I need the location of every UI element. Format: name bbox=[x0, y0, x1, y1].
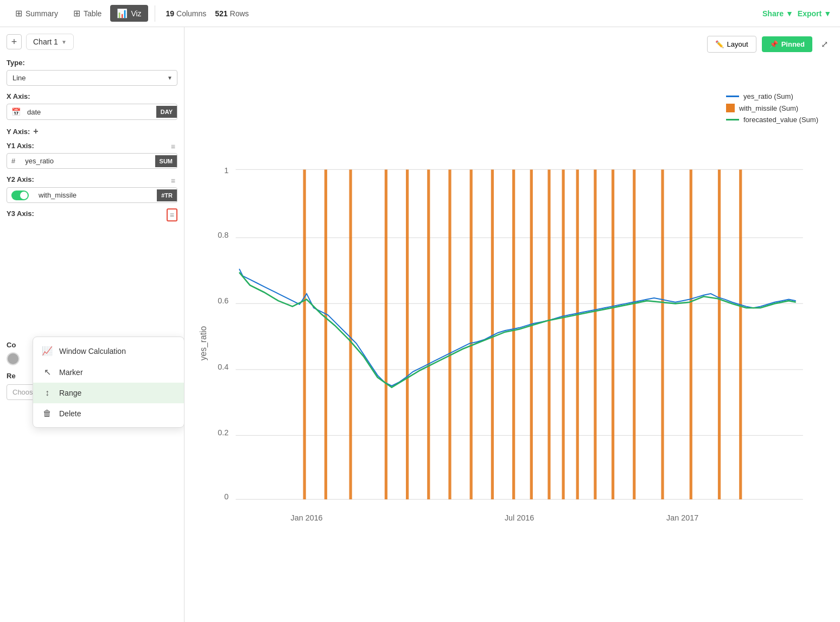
y-tick-06: 0.6 bbox=[218, 296, 228, 305]
yes-ratio-line bbox=[239, 269, 796, 386]
forecasted-line bbox=[239, 272, 796, 388]
layout-label: Layout bbox=[727, 40, 748, 48]
type-label: Type: bbox=[7, 59, 177, 67]
type-select[interactable]: Line ▼ bbox=[7, 70, 177, 86]
y1-label: Y1 Axis: bbox=[7, 142, 34, 150]
svg-rect-12 bbox=[562, 169, 564, 499]
range-icon: ↕ bbox=[42, 388, 53, 398]
table-nav-btn[interactable]: ⊞ Table bbox=[67, 5, 108, 22]
delete-label: Delete bbox=[59, 409, 81, 418]
y1-menu-icon[interactable]: ≡ bbox=[169, 140, 177, 153]
y-tick-08: 0.8 bbox=[218, 231, 228, 239]
y-tick-04: 0.4 bbox=[218, 363, 228, 371]
add-yaxis-button[interactable]: + bbox=[33, 126, 38, 136]
y2-axis-row: Y2 Axis: ≡ bbox=[7, 174, 177, 187]
svg-rect-16 bbox=[633, 169, 635, 499]
table-label: Table bbox=[84, 9, 101, 18]
share-chevron-icon: ▼ bbox=[786, 9, 793, 18]
dropdown-delete[interactable]: 🗑 Delete bbox=[33, 403, 184, 424]
y2-label: Y2 Axis: bbox=[7, 175, 34, 183]
viz-label: Viz bbox=[131, 9, 141, 18]
svg-rect-6 bbox=[448, 169, 451, 499]
yaxis-label: Y Axis: + bbox=[7, 126, 177, 136]
sidebar: + Chart 1 ▼ Type: Line ▼ X Axis: 📅 date … bbox=[0, 27, 184, 622]
export-chevron-icon: ▼ bbox=[824, 9, 831, 18]
xaxis-label: X Axis: bbox=[7, 92, 177, 100]
y3-axis-row: Y3 Axis: ≡ bbox=[7, 208, 177, 221]
y1-field[interactable]: # yes_ratio SUM bbox=[7, 153, 177, 169]
chart-svg-container: yes_ratio 0 0.2 0.4 0.6 0.8 1 Jan 2016 J… bbox=[193, 59, 831, 613]
svg-rect-9 bbox=[512, 169, 515, 499]
y2-field[interactable]: with_missile #TR bbox=[7, 187, 177, 203]
pin-icon: 📌 bbox=[769, 40, 778, 48]
viz-nav-btn[interactable]: 📊 Viz bbox=[110, 5, 148, 22]
svg-rect-1 bbox=[324, 169, 327, 499]
table-icon: ⊞ bbox=[73, 8, 80, 18]
chart-area: ✏️ Layout 📌 Pinned ⤢ yes_ratio (Sum) wit… bbox=[184, 27, 840, 622]
window-calc-icon: 📈 bbox=[42, 346, 53, 356]
y1-axis-row: Y1 Axis: ≡ bbox=[7, 139, 177, 153]
y2-menu-icon[interactable]: ≡ bbox=[169, 174, 177, 187]
range-label: Range bbox=[59, 389, 81, 397]
pencil-icon: ✏️ bbox=[715, 40, 724, 48]
color-swatch-1[interactable] bbox=[7, 352, 20, 365]
y2-value: with_missile bbox=[33, 188, 157, 202]
missile-markers bbox=[303, 169, 742, 499]
svg-rect-10 bbox=[530, 169, 533, 499]
nav-right: Share ▼ Export ▼ bbox=[762, 9, 831, 18]
svg-rect-15 bbox=[612, 169, 614, 499]
summary-icon: ⊞ bbox=[15, 8, 22, 18]
y3-menu-icon[interactable]: ≡ bbox=[167, 208, 177, 221]
svg-rect-17 bbox=[661, 169, 664, 499]
type-value: Line bbox=[7, 71, 163, 85]
export-button[interactable]: Export ▼ bbox=[798, 9, 831, 18]
share-button[interactable]: Share ▼ bbox=[762, 9, 793, 18]
calendar-icon: 📅 bbox=[7, 104, 25, 119]
svg-rect-14 bbox=[594, 169, 596, 499]
marker-icon: ↖ bbox=[42, 367, 53, 377]
nav-divider bbox=[155, 5, 155, 22]
chart-tab-1[interactable]: Chart 1 ▼ bbox=[26, 34, 74, 50]
dropdown-window-calc[interactable]: 📈 Window Calculation bbox=[33, 340, 184, 361]
main-layout: + Chart 1 ▼ Type: Line ▼ X Axis: 📅 date … bbox=[0, 27, 840, 622]
xaxis-badge: DAY bbox=[156, 106, 177, 118]
nav-meta: 19 Columns 521 Rows bbox=[166, 9, 249, 18]
export-label: Export bbox=[798, 9, 822, 18]
svg-rect-4 bbox=[406, 169, 409, 499]
viz-icon: 📊 bbox=[117, 8, 128, 18]
dropdown-menu: 📈 Window Calculation ↖ Marker ↕ Range 🗑 … bbox=[33, 337, 184, 428]
svg-rect-20 bbox=[739, 169, 742, 499]
rows-meta: 521 Rows bbox=[215, 9, 249, 18]
svg-rect-5 bbox=[427, 169, 430, 499]
x-label-jan2017: Jan 2017 bbox=[666, 513, 698, 522]
delete-icon: 🗑 bbox=[42, 409, 53, 418]
svg-rect-2 bbox=[349, 169, 352, 499]
summary-nav-btn[interactable]: ⊞ Summary bbox=[9, 5, 65, 22]
svg-rect-7 bbox=[470, 169, 473, 499]
pinned-button[interactable]: 📌 Pinned bbox=[762, 36, 812, 52]
y2-toggle[interactable] bbox=[11, 191, 29, 200]
x-label-jul2016: Jul 2016 bbox=[505, 513, 534, 522]
marker-label: Marker bbox=[59, 368, 83, 377]
x-label-jan2016: Jan 2016 bbox=[291, 513, 323, 522]
y3-label: Y3 Axis: bbox=[7, 210, 34, 218]
layout-button[interactable]: ✏️ Layout bbox=[707, 36, 756, 53]
svg-rect-13 bbox=[576, 169, 579, 499]
pinned-label: Pinned bbox=[781, 40, 805, 48]
dropdown-marker[interactable]: ↖ Marker bbox=[33, 361, 184, 383]
chart-tabs: + Chart 1 ▼ bbox=[7, 34, 177, 50]
y2-badge: #TR bbox=[157, 189, 177, 201]
xaxis-value: date bbox=[25, 105, 156, 119]
svg-rect-18 bbox=[690, 169, 692, 499]
svg-rect-0 bbox=[303, 169, 306, 499]
xaxis-field[interactable]: 📅 date DAY bbox=[7, 104, 177, 120]
dropdown-range[interactable]: ↕ Range bbox=[33, 383, 184, 403]
type-chevron-icon: ▼ bbox=[163, 72, 177, 84]
chart-svg: yes_ratio 0 0.2 0.4 0.6 0.8 1 Jan 2016 J… bbox=[193, 59, 831, 613]
columns-meta: 19 Columns bbox=[166, 9, 207, 18]
expand-button[interactable]: ⤢ bbox=[818, 36, 831, 53]
add-chart-button[interactable]: + bbox=[7, 34, 22, 49]
summary-label: Summary bbox=[26, 9, 58, 18]
y-tick-02: 0.2 bbox=[218, 428, 228, 437]
window-calc-label: Window Calculation bbox=[59, 347, 126, 356]
